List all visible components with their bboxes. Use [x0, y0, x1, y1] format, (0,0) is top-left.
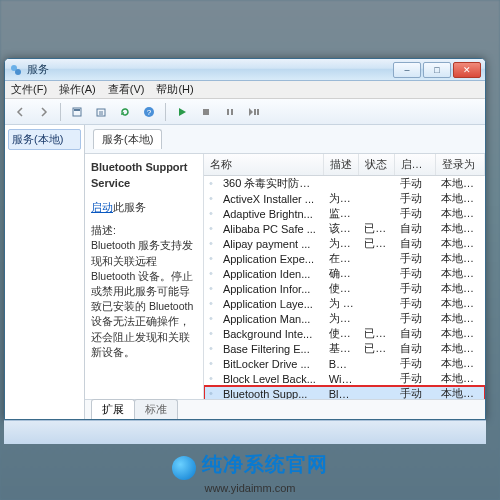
svg-rect-9 [231, 109, 233, 115]
table-row[interactable]: Alipay payment ...为支...已启动自动本地系统 [204, 236, 485, 251]
cell-logon: 本地系统 [436, 356, 485, 371]
separator [60, 103, 61, 121]
nav-services-local[interactable]: 服务(本地) [8, 129, 81, 150]
table-row[interactable]: 360 杀毒实时防护...手动本地系统 [204, 176, 485, 191]
rows-container[interactable]: 360 杀毒实时防护...手动本地系统ActiveX Installer ...… [204, 176, 485, 399]
maximize-button[interactable]: □ [423, 62, 451, 78]
services-list: 名称 描述 状态 启动类型 登录为 360 杀毒实时防护...手动本地系统Act… [203, 154, 485, 399]
cell-logon: 本地系统 [436, 191, 485, 206]
col-startup[interactable]: 启动类型 [395, 154, 436, 175]
col-name[interactable]: 名称 [204, 154, 324, 175]
detail-area: Bluetooth Support Service 启动此服务 描述: Blue… [85, 154, 485, 399]
pause-service-button[interactable] [220, 102, 240, 122]
gear-icon [204, 238, 218, 249]
cell-desc: Win... [324, 373, 359, 385]
properties-button[interactable] [67, 102, 87, 122]
menu-file[interactable]: 文件(F) [11, 82, 47, 97]
minimize-button[interactable]: – [393, 62, 421, 78]
desc-label: 描述: [91, 223, 197, 238]
table-row[interactable]: Application Expe...在应...手动本地系统 [204, 251, 485, 266]
cell-name: Application Laye... [218, 298, 324, 310]
cell-name: 360 杀毒实时防护... [218, 176, 324, 191]
table-row[interactable]: BitLocker Drive ...BDE...手动本地系统 [204, 356, 485, 371]
cell-status: 已启动 [359, 221, 394, 236]
cell-desc: 为通... [324, 311, 359, 326]
table-row[interactable]: Block Level Back...Win...手动本地系统 [204, 371, 485, 386]
cell-startup: 自动 [395, 326, 436, 341]
refresh-button[interactable] [115, 102, 135, 122]
table-row[interactable]: Application Infor...使用...手动本地系统 [204, 281, 485, 296]
cell-status: 已启动 [359, 236, 394, 251]
menu-help[interactable]: 帮助(H) [156, 82, 193, 97]
cell-startup: 手动 [395, 311, 436, 326]
cell-desc: Blue... [324, 388, 359, 400]
cell-startup: 手动 [395, 371, 436, 386]
tab-standard[interactable]: 标准 [134, 399, 178, 419]
cell-logon: 本地系统 [436, 311, 485, 326]
cell-name: Block Level Back... [218, 373, 324, 385]
cell-logon: 本地服务 [436, 386, 485, 399]
cell-name: Adaptive Brightn... [218, 208, 324, 220]
svg-point-19 [210, 228, 211, 229]
col-desc[interactable]: 描述 [324, 154, 359, 175]
col-status[interactable]: 状态 [359, 154, 394, 175]
menu-view[interactable]: 查看(V) [108, 82, 145, 97]
table-row[interactable]: Adaptive Brightn...监视...手动本地系统 [204, 206, 485, 221]
table-row[interactable]: Background Inte...使用...已启动自动本地系统 [204, 326, 485, 341]
heading: 服务(本地) [85, 125, 485, 154]
table-row[interactable]: Alibaba PC Safe ...该服...已启动自动本地系统 [204, 221, 485, 236]
cell-desc: 监视... [324, 206, 359, 221]
table-row[interactable]: Base Filtering E...基本...已启动自动本地服务 [204, 341, 485, 356]
export-button[interactable] [91, 102, 111, 122]
menubar: 文件(F) 操作(A) 查看(V) 帮助(H) [5, 81, 485, 99]
cell-startup: 手动 [395, 176, 436, 191]
svg-point-39 [210, 378, 211, 379]
stop-service-button[interactable] [196, 102, 216, 122]
col-logon[interactable]: 登录为 [436, 154, 485, 175]
table-row[interactable]: Bluetooth Supp...Blue...手动本地服务 [204, 386, 485, 399]
forward-button[interactable] [34, 102, 54, 122]
start-link[interactable]: 启动 [91, 201, 113, 213]
cell-desc: 为 In... [324, 296, 359, 311]
cell-startup: 手动 [395, 206, 436, 221]
cell-name: BitLocker Drive ... [218, 358, 324, 370]
table-row[interactable]: Application Laye...为 In...手动本地服务 [204, 296, 485, 311]
taskbar[interactable] [4, 420, 486, 444]
close-button[interactable]: ✕ [453, 62, 481, 78]
gear-icon [204, 253, 218, 264]
tab-extended[interactable]: 扩展 [91, 399, 135, 419]
cell-status: 已启动 [359, 341, 394, 356]
svg-rect-8 [227, 109, 229, 115]
svg-point-29 [210, 303, 211, 304]
start-service-button[interactable] [172, 102, 192, 122]
menu-action[interactable]: 操作(A) [59, 82, 96, 97]
heading-tab: 服务(本地) [93, 129, 162, 149]
table-row[interactable]: ActiveX Installer ...为从...手动本地系统 [204, 191, 485, 206]
back-button[interactable] [10, 102, 30, 122]
cell-name: ActiveX Installer ... [218, 193, 324, 205]
cell-desc: 确定... [324, 266, 359, 281]
gear-icon [204, 388, 218, 399]
titlebar[interactable]: 服务 – □ ✕ [5, 59, 485, 81]
svg-rect-11 [257, 109, 259, 115]
restart-service-button[interactable] [244, 102, 264, 122]
help-button[interactable]: ? [139, 102, 159, 122]
table-row[interactable]: Application Iden...确定...手动本地服务 [204, 266, 485, 281]
cell-startup: 手动 [395, 251, 436, 266]
selected-service-name: Bluetooth Support Service [91, 160, 197, 192]
gear-icon [204, 283, 218, 294]
cell-desc: 为从... [324, 191, 359, 206]
cell-startup: 手动 [395, 356, 436, 371]
svg-point-33 [210, 333, 211, 334]
toolbar: ? [5, 99, 485, 125]
bottom-tabs: 扩展 标准 [85, 399, 485, 419]
cell-name: Application Infor... [218, 283, 324, 295]
table-row[interactable]: Application Man...为通...手动本地系统 [204, 311, 485, 326]
window-title: 服务 [27, 62, 393, 77]
cell-startup: 自动 [395, 341, 436, 356]
svg-point-37 [210, 363, 211, 364]
cell-desc: 在应... [324, 251, 359, 266]
description-pane: Bluetooth Support Service 启动此服务 描述: Blue… [85, 154, 203, 399]
cell-logon: 本地系统 [436, 326, 485, 341]
cell-logon: 本地系统 [436, 176, 485, 191]
